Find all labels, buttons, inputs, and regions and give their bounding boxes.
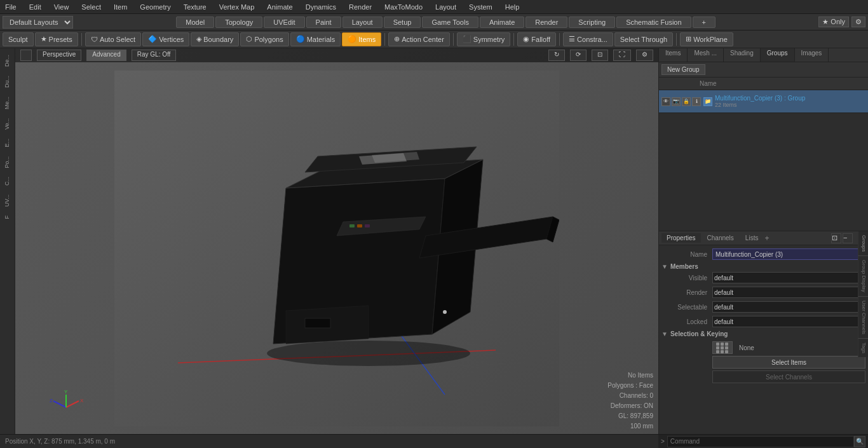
menu-item[interactable]: Item [111,3,130,11]
menu-view[interactable]: View [51,3,72,11]
command-area: > 🔍 [658,434,868,448]
tab-images[interactable]: Images [795,48,829,62]
left-tab-du[interactable]: Du... [3,72,13,92]
tab-animate[interactable]: Animate [480,17,524,28]
tab-items[interactable]: Items [659,48,688,62]
menu-texture[interactable]: Texture [181,3,209,11]
render-icon[interactable]: 📷 [672,97,681,106]
side-tab-user-channels[interactable]: User Channels [858,297,868,339]
name-input[interactable] [715,251,862,258]
menu-file[interactable]: File [3,3,19,11]
items-button[interactable]: 🟠 Items [342,32,381,46]
eye-icon[interactable]: 👁 [661,97,670,106]
menu-vertex-map[interactable]: Vertex Map [217,3,257,11]
constraints-button[interactable]: ☰ Constra... [563,32,613,46]
layout-select[interactable]: Default Layouts [3,16,73,29]
tab-properties[interactable]: Properties [661,233,701,243]
menu-help[interactable]: Help [503,3,522,11]
tab-channels[interactable]: Channels [702,233,739,243]
lock-icon[interactable]: 🔒 [682,97,691,106]
collapse-icon[interactable]: − [843,233,853,243]
auto-select-button[interactable]: 🛡 Auto Select [85,32,141,46]
tab-paint[interactable]: Paint [306,17,341,28]
selectable-select[interactable]: default ▼ [712,301,865,313]
materials-button[interactable]: 🔵 Materials [290,32,341,46]
left-tab-ve[interactable]: Ve... [3,114,13,133]
select-channels-button[interactable]: Select Channels [712,370,865,383]
name-value[interactable] [712,248,865,260]
left-tab-f[interactable]: F [3,212,13,223]
vertices-button[interactable]: 🔷 Vertices [142,32,189,46]
side-tab-group-display[interactable]: Group Display [858,256,868,297]
menu-select[interactable]: Select [79,3,104,11]
tab-scripting[interactable]: Scripting [569,17,615,28]
group-item-0[interactable]: 👁 📷 🔒 ℹ 📁 Multifunction_Copier (3) : Gro… [659,90,868,113]
ray-gl-button[interactable]: Ray GL: Off [132,50,177,61]
members-section[interactable]: ▼ Members [661,263,865,270]
menu-geometry[interactable]: Geometry [137,3,173,11]
tab-layout[interactable]: Layout [342,17,383,28]
settings-gear-icon[interactable]: ⚙ [636,50,653,61]
symmetry-button[interactable]: ⬛ Symmetry [457,32,511,46]
tab-mesh[interactable]: Mesh ... [688,48,724,62]
tab-topology[interactable]: Topology [215,17,262,28]
tab-setup[interactable]: Setup [384,17,421,28]
left-tab-me[interactable]: Me... [3,93,13,113]
tab-lists[interactable]: Lists [740,233,764,243]
polygons-button[interactable]: ⬡ Polygons [240,32,288,46]
side-tab-tags[interactable]: Tags [858,339,868,357]
falloff-button[interactable]: ◉ Falloff [517,32,556,46]
fullscreen-icon[interactable]: ⛶ [613,50,631,61]
command-search-icon[interactable]: 🔍 [854,436,865,447]
viewport-mode-toggle[interactable] [20,50,32,61]
select-items-button[interactable]: Select Items [712,356,865,369]
command-input[interactable] [667,436,854,447]
new-group-button[interactable]: New Group [661,64,705,75]
select-channels-row[interactable]: Select Channels [661,370,865,383]
action-center-button[interactable]: ⊕ Action Center [388,32,450,46]
locked-select[interactable]: default ▼ [712,316,865,327]
tab-groups[interactable]: Groups [761,48,795,62]
select-items-row[interactable]: Select Items [661,356,865,369]
left-tab-c[interactable]: C... [3,173,13,189]
visible-row: Visible default ▼ [661,271,865,284]
sculpt-button[interactable]: Sculpt [3,32,34,46]
menu-layout[interactable]: Layout [433,3,459,11]
workplane-button[interactable]: ⊞ WorkPlane [680,32,733,46]
left-tab-po[interactable]: Po... [3,153,13,172]
left-tab-de[interactable]: De... [3,51,13,71]
tab-shading[interactable]: Shading [724,48,761,62]
maximize-icon[interactable]: ⊡ [831,233,841,243]
rotate-icon[interactable]: ↻ [548,50,565,61]
boundary-button[interactable]: ◈ Boundary [191,32,239,46]
side-tab-groups[interactable]: Groups [858,231,868,256]
menu-dynamics[interactable]: Dynamics [303,3,339,11]
visible-select[interactable]: default ▼ [712,272,865,283]
advanced-button[interactable]: Advanced [86,50,126,61]
tab-render[interactable]: Render [526,17,567,28]
info-icon[interactable]: ℹ [692,97,701,106]
tab-model[interactable]: Model [176,17,214,28]
refresh-icon[interactable]: ⟳ [570,50,587,61]
tab-schematic-fusion[interactable]: Schematic Fusion [616,17,691,28]
presets-button[interactable]: ★ Presets [35,32,78,46]
select-through-button[interactable]: Select Through [614,32,673,46]
only-button[interactable]: ★ Only [818,17,849,27]
left-tab-uv[interactable]: UV... [3,191,13,210]
zoom-fit-icon[interactable]: ⊡ [592,50,608,61]
menu-edit[interactable]: Edit [27,3,44,11]
menu-animate[interactable]: Animate [264,3,295,11]
tab-add[interactable]: + [693,17,715,28]
tab-add[interactable]: + [764,234,769,243]
menu-max-to-modo[interactable]: MaxToModo [382,3,425,11]
left-tab-e[interactable]: E... [3,135,13,151]
perspective-button[interactable]: Perspective [37,50,81,61]
tab-uvedit[interactable]: UVEdit [264,17,304,28]
menu-render[interactable]: Render [346,3,374,11]
settings-icon[interactable]: ⚙ [851,17,865,27]
selection-keying-section[interactable]: ▼ Selection & Keying [661,330,865,337]
menu-system[interactable]: System [466,3,495,11]
tab-game-tools[interactable]: Game Tools [422,17,478,28]
viewport[interactable]: Perspective Advanced Ray GL: Off ↻ ⟳ ⊡ ⛶… [15,48,658,434]
render-select[interactable]: default ▼ [712,287,865,298]
